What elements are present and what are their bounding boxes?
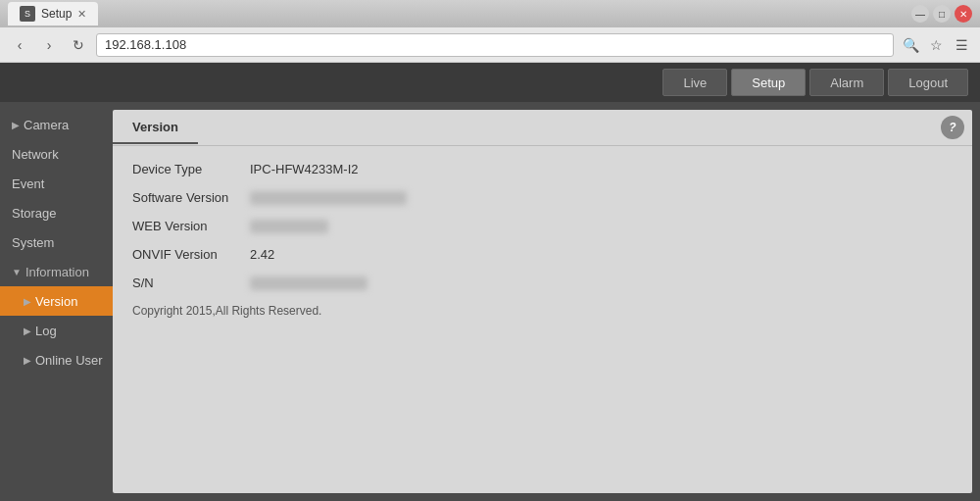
sn-row: S/N — [132, 276, 953, 290]
content-header: Version ? — [113, 110, 972, 146]
sidebar: ▶ Camera Network Event Storage System ▼ … — [0, 102, 113, 501]
web-version-row: WEB Version — [132, 219, 953, 233]
back-button[interactable]: ‹ — [8, 33, 31, 57]
sidebar-item-system[interactable]: System — [0, 227, 113, 257]
sidebar-item-online-user[interactable]: ▶ Online User — [0, 345, 113, 375]
main-area: ▶ Camera Network Event Storage System ▼ … — [0, 102, 980, 501]
top-nav: Live Setup Alarm Logout — [0, 63, 980, 102]
app-container: Live Setup Alarm Logout ▶ Camera Network… — [0, 63, 980, 501]
device-type-value: IPC-HFW4233M-I2 — [250, 162, 359, 176]
web-version-label: WEB Version — [132, 219, 250, 233]
search-icon[interactable]: 🔍 — [900, 34, 921, 56]
sidebar-item-information-label: Information — [25, 265, 89, 279]
maximize-button[interactable]: □ — [933, 5, 951, 23]
live-tab[interactable]: Live — [662, 69, 727, 96]
onvif-version-row: ONVIF Version 2.42 — [132, 247, 953, 262]
onvif-version-label: ONVIF Version — [132, 247, 250, 262]
setup-tab[interactable]: Setup — [731, 69, 806, 96]
sidebar-item-information[interactable]: ▼ Information — [0, 257, 113, 286]
sn-value — [250, 276, 368, 290]
sidebar-item-log-label: Log — [35, 324, 57, 338]
minimize-button[interactable]: — — [911, 5, 929, 23]
toolbar-actions: 🔍 ☆ ☰ — [900, 34, 972, 56]
version-content-tab[interactable]: Version — [113, 112, 198, 144]
bookmark-icon[interactable]: ☆ — [925, 34, 947, 56]
sidebar-item-online-user-label: Online User — [35, 353, 103, 368]
tab-title: Setup — [41, 7, 72, 21]
sidebar-item-version-label: Version — [35, 294, 77, 309]
software-version-row: Software Version — [132, 190, 953, 205]
tab-close-icon[interactable]: ✕ — [77, 8, 86, 21]
online-user-arrow-icon: ▶ — [24, 355, 31, 366]
browser-titlebar: S Setup ✕ — □ ✕ — [0, 0, 980, 27]
menu-icon[interactable]: ☰ — [951, 34, 972, 56]
camera-arrow-icon: ▶ — [12, 120, 20, 130]
sidebar-item-event-label: Event — [12, 176, 44, 191]
content-tabs: Version — [113, 112, 198, 144]
version-content: Device Type IPC-HFW4233M-I2 Software Ver… — [113, 146, 972, 333]
sidebar-item-camera-label: Camera — [24, 118, 69, 132]
information-arrow-icon: ▼ — [12, 267, 22, 277]
sidebar-item-log[interactable]: ▶ Log — [0, 316, 113, 345]
sidebar-item-network[interactable]: Network — [0, 139, 113, 169]
version-arrow-icon: ▶ — [24, 296, 31, 307]
address-bar[interactable] — [96, 33, 894, 57]
sidebar-item-event[interactable]: Event — [0, 169, 113, 198]
sidebar-item-storage-label: Storage — [12, 206, 57, 221]
close-button[interactable]: ✕ — [955, 5, 972, 23]
log-arrow-icon: ▶ — [24, 326, 31, 336]
alarm-tab[interactable]: Alarm — [809, 69, 884, 96]
refresh-button[interactable]: ↻ — [67, 33, 90, 57]
content-panel: Version ? Device Type IPC-HFW4233M-I2 So… — [113, 110, 972, 493]
forward-button[interactable]: › — [37, 33, 61, 57]
sidebar-item-system-label: System — [12, 235, 54, 250]
copyright: Copyright 2015,All Rights Reserved. — [132, 304, 953, 318]
sidebar-item-version[interactable]: ▶ Version — [0, 286, 113, 316]
window-controls: — □ ✕ — [911, 5, 972, 23]
onvif-version-value: 2.42 — [250, 247, 274, 262]
software-version-value — [250, 191, 407, 205]
software-version-label: Software Version — [132, 190, 250, 205]
help-button[interactable]: ? — [941, 116, 964, 139]
sidebar-item-network-label: Network — [12, 147, 59, 162]
device-type-row: Device Type IPC-HFW4233M-I2 — [132, 162, 953, 176]
browser-favicon: S — [20, 6, 35, 22]
sidebar-item-storage[interactable]: Storage — [0, 198, 113, 227]
sidebar-item-camera[interactable]: ▶ Camera — [0, 110, 113, 139]
logout-tab[interactable]: Logout — [888, 69, 968, 96]
device-type-label: Device Type — [132, 162, 250, 176]
browser-tab[interactable]: S Setup ✕ — [8, 2, 98, 25]
web-version-value — [250, 220, 328, 233]
browser-toolbar: ‹ › ↻ 🔍 ☆ ☰ — [0, 27, 980, 63]
sn-label: S/N — [132, 276, 250, 290]
